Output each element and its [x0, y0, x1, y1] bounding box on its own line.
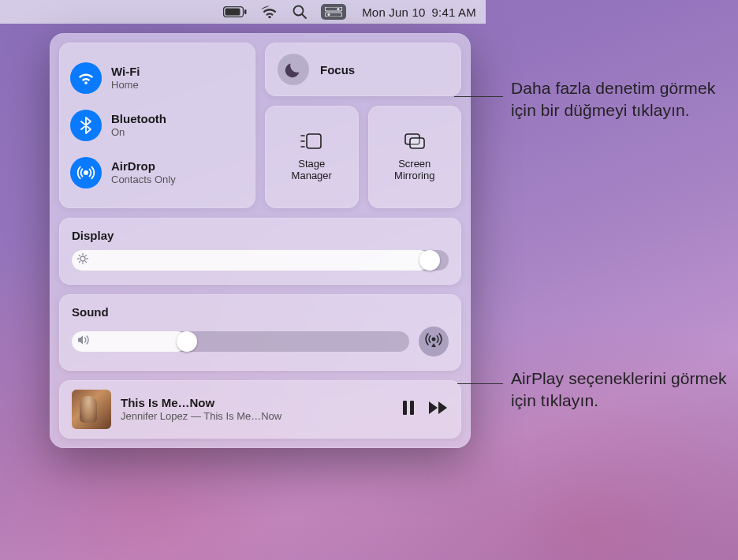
svg-rect-10	[307, 134, 321, 148]
wifi-icon[interactable]	[261, 6, 278, 18]
next-track-button[interactable]	[428, 401, 449, 418]
svg-point-25	[432, 338, 436, 342]
airdrop-title: AirDrop	[111, 159, 176, 174]
focus-label: Focus	[320, 63, 355, 77]
bluetooth-toggle[interactable]: Bluetooth On	[70, 110, 244, 141]
connectivity-module: Wi-Fi Home Bluetooth On AirDrop	[59, 43, 255, 208]
sound-title: Sound	[72, 305, 449, 319]
svg-rect-2	[244, 9, 247, 14]
control-center-icon[interactable]	[321, 4, 346, 20]
svg-rect-7	[325, 13, 342, 17]
brightness-slider[interactable]	[72, 250, 449, 271]
callout-airplay: AirPlay seçeneklerini görmek için tıklay…	[511, 368, 736, 413]
album-art	[72, 390, 111, 429]
callout-line	[457, 383, 503, 384]
svg-rect-5	[325, 7, 342, 11]
svg-rect-27	[410, 401, 414, 415]
moon-icon	[278, 54, 309, 85]
callout-focus: Daha fazla denetim görmek için bir düğme…	[511, 77, 724, 122]
screen-mirroring-icon	[403, 132, 427, 154]
airdrop-toggle[interactable]: AirDrop Contacts Only	[70, 157, 244, 189]
bluetooth-icon	[70, 110, 102, 141]
display-module: Display	[59, 218, 461, 285]
screen-mirroring-label: Screen Mirroring	[394, 159, 434, 182]
svg-line-22	[86, 262, 87, 263]
menubar-date: Mon Jun 10	[362, 6, 425, 19]
menu-bar: Mon Jun 10 9:41 AM	[0, 0, 486, 24]
sound-module: Sound	[59, 294, 461, 371]
wifi-toggle[interactable]: Wi-Fi Home	[70, 62, 244, 94]
screen-mirroring-button[interactable]: Screen Mirroring	[368, 106, 462, 208]
menubar-status-icons	[223, 4, 346, 20]
svg-line-24	[86, 255, 87, 256]
stage-manager-icon	[300, 132, 323, 154]
callout-line	[454, 96, 503, 97]
svg-line-4	[302, 14, 306, 18]
wifi-title: Wi-Fi	[111, 65, 140, 79]
bluetooth-subtitle: On	[111, 126, 166, 139]
battery-icon[interactable]	[223, 6, 247, 17]
bluetooth-title: Bluetooth	[111, 112, 166, 126]
svg-point-8	[328, 13, 330, 16]
svg-rect-1	[226, 9, 240, 16]
now-playing-title: This Is Me…Now	[121, 396, 392, 411]
brightness-icon	[77, 253, 88, 267]
wifi-subtitle: Home	[111, 79, 140, 91]
svg-line-21	[79, 255, 80, 256]
stage-manager-button[interactable]: Stage Manager	[265, 106, 359, 208]
pause-button[interactable]	[401, 400, 416, 419]
control-center-panel: Wi-Fi Home Bluetooth On AirDrop	[50, 33, 471, 448]
svg-rect-15	[410, 138, 424, 148]
wifi-icon	[70, 62, 102, 94]
volume-slider[interactable]	[72, 331, 409, 352]
airplay-icon	[425, 331, 442, 352]
airdrop-subtitle: Contacts Only	[111, 174, 176, 186]
stage-manager-label: Stage Manager	[292, 159, 332, 182]
spotlight-icon[interactable]	[293, 5, 307, 19]
volume-icon	[77, 334, 90, 349]
svg-point-6	[337, 8, 340, 10]
svg-line-23	[79, 262, 80, 263]
focus-button[interactable]: Focus	[265, 43, 461, 96]
menubar-datetime[interactable]: Mon Jun 10 9:41 AM	[362, 6, 476, 19]
now-playing-subtitle: Jennifer Lopez — This Is Me…Now	[121, 410, 392, 423]
airplay-audio-button[interactable]	[419, 327, 449, 357]
display-title: Display	[72, 229, 449, 242]
menubar-time: 9:41 AM	[432, 6, 476, 19]
svg-point-9	[84, 170, 88, 175]
airdrop-icon	[70, 157, 102, 189]
now-playing-module[interactable]: This Is Me…Now Jennifer Lopez — This Is …	[59, 380, 461, 439]
svg-point-16	[80, 256, 85, 261]
svg-rect-26	[403, 401, 407, 415]
